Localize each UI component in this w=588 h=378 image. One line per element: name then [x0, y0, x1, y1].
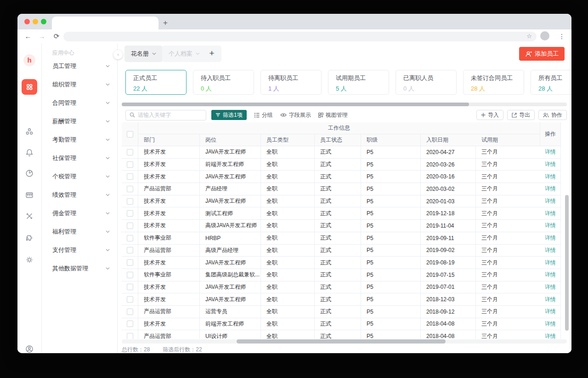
- collaborate-button[interactable]: 协作: [538, 110, 567, 120]
- detail-link[interactable]: 详情: [545, 246, 556, 254]
- bell-icon[interactable]: [25, 148, 34, 157]
- fields-display-button[interactable]: 字段展示: [280, 111, 311, 119]
- browser-tab[interactable]: [52, 17, 158, 29]
- cards-scrollbar-thumb[interactable]: [122, 103, 469, 106]
- detail-link[interactable]: 详情: [545, 160, 556, 168]
- sidebar-item-6[interactable]: 个税管理: [42, 167, 117, 186]
- sidebar-item-2[interactable]: 合同管理: [42, 94, 117, 112]
- tab-roster[interactable]: 花名册: [124, 46, 163, 62]
- close-window-button[interactable]: [24, 19, 30, 24]
- row-checkbox[interactable]: [127, 235, 133, 241]
- minimize-window-button[interactable]: [33, 19, 38, 24]
- detail-link[interactable]: 详情: [545, 296, 556, 304]
- apps-grid-button[interactable]: [22, 79, 37, 95]
- detail-link[interactable]: 详情: [545, 271, 556, 279]
- url-input[interactable]: ☆: [63, 32, 537, 41]
- search-box[interactable]: [125, 110, 206, 120]
- pie-chart-icon[interactable]: [25, 169, 34, 178]
- filter-button[interactable]: 筛选1项: [211, 110, 247, 120]
- detail-link[interactable]: 详情: [545, 234, 556, 242]
- bank-icon[interactable]: [25, 190, 34, 200]
- collapse-sidebar-button[interactable]: ‹: [113, 50, 123, 59]
- row-checkbox[interactable]: [127, 309, 133, 315]
- sidebar-item-3[interactable]: 薪酬管理: [42, 112, 117, 131]
- column-header-2[interactable]: 员工类型: [261, 134, 315, 146]
- detail-link[interactable]: 详情: [545, 210, 556, 218]
- detail-link[interactable]: 详情: [545, 259, 556, 267]
- detail-link[interactable]: 详情: [545, 222, 556, 229]
- bookmark-star-icon[interactable]: ☆: [526, 33, 532, 40]
- row-checkbox[interactable]: [127, 259, 133, 266]
- stat-card-5[interactable]: 未签订合同员工28 人: [463, 70, 524, 95]
- add-view-tab-button[interactable]: +: [202, 46, 221, 62]
- search-input[interactable]: [138, 112, 198, 118]
- column-header-1[interactable]: 岗位: [200, 134, 261, 146]
- group-button[interactable]: 分组: [254, 111, 273, 119]
- view-manage-button[interactable]: 视图管理: [318, 111, 348, 119]
- table-horizontal-scrollbar[interactable]: [122, 339, 567, 344]
- detail-link[interactable]: 详情: [545, 148, 556, 156]
- column-header-6[interactable]: 试用期: [476, 134, 540, 146]
- row-checkbox[interactable]: [127, 272, 133, 278]
- app-logo[interactable]: h: [23, 54, 35, 66]
- detail-link[interactable]: 详情: [545, 197, 556, 205]
- column-header-3[interactable]: 员工状态: [315, 134, 361, 146]
- tab-personal-file[interactable]: 个人档案: [162, 46, 206, 62]
- sidebar-item-1[interactable]: 组织管理: [42, 75, 117, 94]
- forward-icon[interactable]: →: [37, 31, 47, 41]
- new-tab-button[interactable]: +: [160, 17, 171, 29]
- stat-card-1[interactable]: 待入职员工0 人: [193, 70, 254, 95]
- column-header-4[interactable]: 职级: [361, 134, 421, 146]
- row-checkbox[interactable]: [127, 223, 133, 229]
- import-button[interactable]: 导入: [476, 110, 503, 120]
- export-button[interactable]: 导出: [507, 110, 535, 120]
- add-employee-button[interactable]: 添加员工: [519, 47, 565, 61]
- detail-link[interactable]: 详情: [545, 320, 556, 328]
- stat-card-4[interactable]: 已离职人员0 人: [396, 70, 457, 95]
- reload-icon[interactable]: ⟳: [51, 31, 62, 41]
- detail-link[interactable]: 详情: [545, 185, 556, 193]
- column-header-0[interactable]: 部门: [138, 134, 200, 146]
- row-checkbox[interactable]: [127, 210, 133, 217]
- sidebar-item-8[interactable]: 佣金管理: [42, 204, 117, 223]
- table-vertical-scrollbar[interactable]: [565, 195, 569, 331]
- puzzle-icon[interactable]: [25, 234, 34, 243]
- sidebar-item-9[interactable]: 福利管理: [42, 223, 117, 241]
- detail-link[interactable]: 详情: [545, 332, 556, 339]
- table-horizontal-scrollbar-thumb[interactable]: [237, 339, 446, 344]
- select-all-checkbox[interactable]: [127, 131, 133, 137]
- column-header-5[interactable]: 入职日期: [421, 134, 476, 146]
- stat-card-6[interactable]: 所有员工28 人: [531, 70, 571, 95]
- sidebar-item-4[interactable]: 考勤管理: [42, 131, 117, 149]
- sidebar-item-0[interactable]: 员工管理: [42, 57, 117, 75]
- detail-link[interactable]: 详情: [545, 173, 556, 181]
- row-checkbox[interactable]: [127, 161, 133, 168]
- sidebar-item-10[interactable]: 支付管理: [42, 241, 117, 259]
- row-checkbox[interactable]: [127, 296, 133, 303]
- stat-card-0[interactable]: 正式员工22 人: [125, 70, 187, 95]
- browser-profile-avatar[interactable]: [540, 31, 549, 40]
- detail-link[interactable]: 详情: [545, 283, 556, 291]
- detail-link[interactable]: 详情: [545, 308, 556, 315]
- row-checkbox[interactable]: [127, 186, 133, 192]
- account-icon[interactable]: [25, 344, 34, 353]
- browser-menu-icon[interactable]: ⋮: [558, 31, 566, 41]
- org-cluster-icon[interactable]: [25, 127, 34, 136]
- row-checkbox[interactable]: [127, 247, 133, 253]
- sidebar-item-5[interactable]: 社保管理: [42, 149, 117, 167]
- row-checkbox[interactable]: [127, 149, 133, 155]
- sidebar-item-11[interactable]: 其他数据管理: [42, 259, 117, 278]
- stat-card-2[interactable]: 待离职员工1 人: [260, 70, 322, 95]
- row-checkbox[interactable]: [127, 333, 133, 339]
- maximize-window-button[interactable]: [41, 19, 46, 24]
- row-checkbox[interactable]: [127, 284, 133, 290]
- row-checkbox[interactable]: [127, 321, 133, 327]
- cards-scrollbar[interactable]: [122, 103, 567, 106]
- sidebar-item-7[interactable]: 绩效管理: [42, 186, 117, 204]
- tools-cross-icon[interactable]: [25, 212, 34, 221]
- row-checkbox[interactable]: [127, 198, 133, 205]
- row-checkbox[interactable]: [127, 173, 133, 180]
- stat-card-3[interactable]: 试用期员工5 人: [328, 70, 389, 95]
- back-icon[interactable]: ←: [23, 31, 33, 41]
- gear-icon[interactable]: [25, 255, 34, 264]
